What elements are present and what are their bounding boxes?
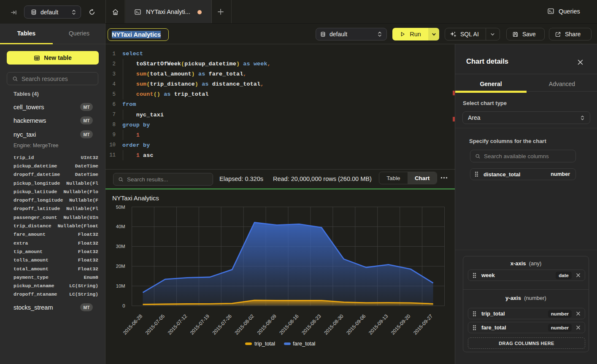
svg-text:trip_total: trip_total xyxy=(254,340,275,347)
svg-text:2015-06-28: 2015-06-28 xyxy=(122,313,144,336)
svg-text:0: 0 xyxy=(122,303,125,308)
svg-text:2015-08-16: 2015-08-16 xyxy=(278,313,300,336)
svg-text:2015-08-02: 2015-08-02 xyxy=(233,313,255,336)
svg-text:2015-09-27: 2015-09-27 xyxy=(412,313,434,336)
svg-text:2015-09-20: 2015-09-20 xyxy=(390,313,412,336)
svg-text:2015-08-30: 2015-08-30 xyxy=(323,313,345,336)
svg-text:2015-07-19: 2015-07-19 xyxy=(189,313,211,336)
svg-text:40M: 40M xyxy=(116,224,125,229)
svg-text:20M: 20M xyxy=(116,264,125,269)
svg-text:2015-07-05: 2015-07-05 xyxy=(144,313,166,336)
svg-text:2015-09-06: 2015-09-06 xyxy=(345,313,367,336)
svg-text:2015-08-23: 2015-08-23 xyxy=(300,313,322,336)
svg-text:30M: 30M xyxy=(116,244,125,249)
svg-text:fare_total: fare_total xyxy=(293,340,315,347)
svg-text:50M: 50M xyxy=(116,205,125,210)
svg-text:2015-07-26: 2015-07-26 xyxy=(211,313,233,336)
svg-text:2015-08-09: 2015-08-09 xyxy=(256,313,277,336)
svg-text:2015-09-13: 2015-09-13 xyxy=(367,313,389,336)
svg-text:2015-07-12: 2015-07-12 xyxy=(167,313,188,336)
svg-text:10M: 10M xyxy=(116,283,125,289)
